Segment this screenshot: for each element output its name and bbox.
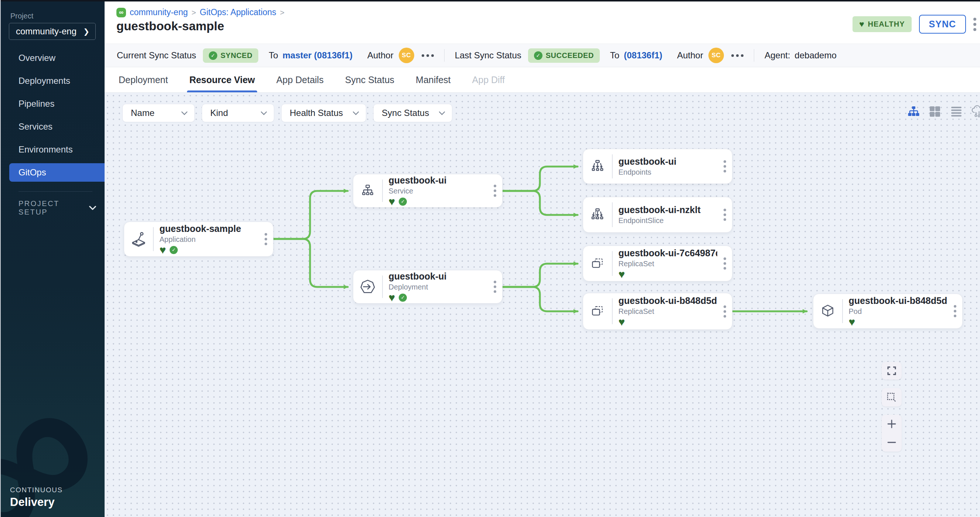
node-menu-button[interactable]	[487, 185, 502, 197]
tab-manifest[interactable]: Manifest	[416, 67, 450, 92]
heart-icon: ♥	[859, 20, 864, 29]
fullscreen-icon	[887, 366, 896, 376]
node-service[interactable]: guestbook-ui Service ♥ ✓	[353, 174, 503, 208]
author-avatar: SC	[399, 48, 414, 63]
sidebar: ∞ Project community-eng ❯ Overview Deplo…	[0, 0, 105, 517]
node-kind: Deployment	[389, 283, 488, 291]
zoom-in-button[interactable]	[882, 415, 902, 433]
replicaset-icon	[583, 303, 612, 319]
node-kind: ReplicaSet	[619, 260, 718, 268]
breadcrumb: ∞ community-eng > GitOps: Applications >	[116, 7, 285, 17]
tab-sync-status[interactable]: Sync Status	[345, 67, 394, 92]
deployment-icon	[353, 278, 382, 295]
synced-check-icon: ✓	[399, 293, 407, 302]
node-pod[interactable]: guestbook-ui-b848d5d9... Pod ♥	[813, 293, 963, 329]
project-selector[interactable]: community-eng ❯	[9, 23, 96, 40]
brand-logo: CONTINUOUS Delivery	[10, 486, 63, 509]
sidebar-nav: Overview Deployments Pipelines Services …	[0, 46, 105, 184]
check-circle-icon: ✓	[534, 51, 542, 60]
more-options-button[interactable]	[731, 54, 743, 57]
current-target-link[interactable]: master (08136f1)	[282, 50, 352, 60]
tab-deployment[interactable]: Deployment	[119, 67, 168, 92]
filter-kind[interactable]: Kind	[202, 104, 274, 122]
node-menu-button[interactable]	[717, 160, 732, 173]
minus-icon	[886, 437, 897, 447]
node-replicaset-b848d5d9d[interactable]: guestbook-ui-b848d5d9d ReplicaSet ♥	[583, 293, 732, 330]
node-endpoints[interactable]: guestbook-ui Endpoints	[583, 149, 732, 184]
tab-app-diff[interactable]: App Diff	[472, 67, 505, 92]
agent-label: Agent:	[765, 50, 790, 60]
breadcrumb-applications-link[interactable]: GitOps: Applications	[200, 7, 277, 17]
fit-selection-button[interactable]	[882, 388, 902, 407]
service-icon	[353, 183, 382, 199]
endpointslice-icon	[583, 207, 612, 223]
chevron-right-icon: ❯	[83, 27, 89, 36]
zoom-out-button[interactable]	[882, 433, 902, 452]
node-menu-button[interactable]	[717, 209, 732, 221]
window-top-edge	[0, 0, 980, 2]
sync-button[interactable]: SYNC	[919, 15, 966, 33]
sidebar-item-overview[interactable]: Overview	[0, 46, 105, 70]
more-options-button[interactable]	[422, 54, 434, 57]
pod-icon	[813, 303, 842, 319]
succeeded-badge: ✓ SUCCEEDED	[528, 48, 600, 63]
synced-check-icon: ✓	[399, 198, 407, 206]
node-menu-button[interactable]	[717, 257, 732, 270]
author-label: Author	[368, 50, 393, 60]
node-kind: ReplicaSet	[619, 307, 718, 316]
filter-name[interactable]: Name	[123, 104, 195, 122]
resource-tree-canvas[interactable]: Name Kind Health Status Sync Status	[105, 93, 980, 517]
cluster-view-icon[interactable]	[972, 105, 980, 118]
breadcrumb-project-link[interactable]: community-eng	[130, 7, 188, 17]
last-target-link[interactable]: (08136f1)	[624, 50, 662, 60]
health-heart-icon: ♥	[849, 317, 856, 327]
node-endpointslice[interactable]: guestbook-ui-nzklt EndpointSlice	[583, 197, 732, 233]
selection-box-icon	[886, 392, 897, 403]
app-menu-button[interactable]	[974, 18, 976, 31]
fullscreen-button[interactable]	[882, 362, 902, 380]
health-status-badge: ♥ HEALTHY	[853, 16, 912, 32]
health-heart-icon: ♥	[160, 245, 166, 255]
sidebar-item-gitops[interactable]: GitOps	[9, 163, 105, 182]
tree-view-icon[interactable]	[907, 105, 920, 118]
last-sync-label: Last Sync Status	[455, 50, 522, 60]
chevron-down-icon	[261, 111, 267, 115]
plus-icon	[886, 419, 897, 429]
node-kind: Application	[160, 235, 259, 244]
sidebar-item-environments[interactable]: Environments	[0, 138, 105, 161]
node-replicaset-7c64987dc9[interactable]: guestbook-ui-7c64987dc9 ReplicaSet ♥	[583, 246, 732, 281]
node-title: guestbook-ui	[389, 271, 488, 282]
node-title: guestbook-ui-b848d5d9...	[849, 295, 948, 306]
agent-value: debademo	[794, 50, 836, 60]
filter-sync-status[interactable]: Sync Status	[373, 104, 452, 122]
author-label: Author	[677, 50, 703, 60]
node-menu-button[interactable]	[258, 233, 273, 245]
node-title: guestbook-ui	[619, 156, 718, 167]
sidebar-item-pipelines[interactable]: Pipelines	[0, 92, 105, 115]
gitops-breadcrumb-icon: ∞	[116, 8, 126, 17]
list-view-icon[interactable]	[950, 105, 963, 118]
synced-check-icon: ✓	[170, 246, 178, 254]
page-header: ∞ community-eng > GitOps: Applications >…	[105, 0, 980, 44]
sidebar-item-deployments[interactable]: Deployments	[0, 70, 105, 92]
node-title: guestbook-ui-nzklt	[619, 205, 718, 215]
node-menu-button[interactable]	[487, 281, 502, 293]
node-menu-button[interactable]	[948, 305, 962, 317]
health-heart-icon: ♥	[619, 270, 625, 279]
divider	[754, 49, 754, 62]
tab-resource-view[interactable]: Resource View	[189, 67, 255, 92]
node-application[interactable]: guestbook-sample Application ♥ ✓	[124, 222, 274, 257]
breadcrumb-separator: >	[191, 8, 196, 17]
window-left-edge	[0, 0, 1, 517]
filter-health-status[interactable]: Health Status	[281, 104, 366, 122]
project-setup-toggle[interactable]: PROJECT SETUP	[19, 200, 96, 216]
node-title: guestbook-sample	[160, 224, 259, 234]
node-deployment[interactable]: guestbook-ui Deployment ♥ ✓	[353, 270, 503, 304]
tab-app-details[interactable]: App Details	[277, 67, 324, 92]
sidebar-item-services[interactable]: Services	[0, 115, 105, 138]
health-heart-icon: ♥	[619, 317, 625, 327]
project-label: Project	[10, 12, 33, 20]
synced-badge: ✓ SYNCED	[203, 48, 258, 63]
grid-view-icon[interactable]	[929, 105, 941, 118]
node-menu-button[interactable]	[717, 305, 732, 317]
